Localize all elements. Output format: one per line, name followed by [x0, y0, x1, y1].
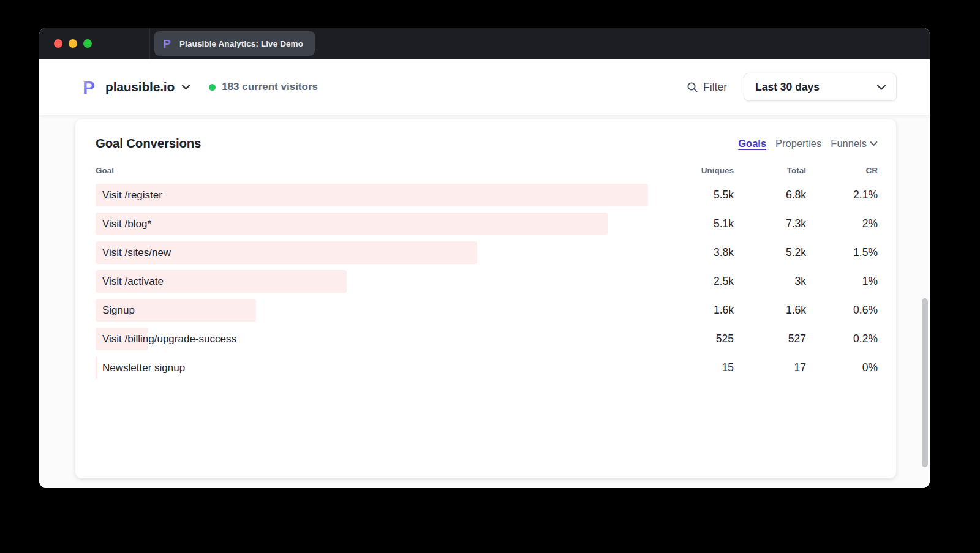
- goal-label[interactable]: Newsletter signup: [96, 362, 673, 374]
- plausible-logo-icon: P: [83, 78, 99, 96]
- goal-label[interactable]: Visit /billing/upgrade-success: [96, 333, 673, 345]
- goal-metrics: 15170%: [673, 361, 878, 374]
- site-switcher[interactable]: P plausible.io: [83, 78, 190, 96]
- goal-metrics: 2.5k3k1%: [673, 275, 878, 288]
- goal-uniques-value: 3.8k: [673, 246, 734, 259]
- goal-total-value: 5.2k: [734, 246, 806, 259]
- goal-label[interactable]: Visit /blog*: [96, 218, 673, 230]
- minimize-window-button[interactable]: [69, 39, 77, 48]
- goal-total-value: 6.8k: [734, 189, 806, 201]
- plausible-favicon-icon: P: [163, 38, 173, 50]
- goal-total-value: 7.3k: [734, 217, 806, 230]
- goal-total-value: 527: [734, 333, 806, 345]
- site-switcher-chevron-icon: [181, 84, 190, 90]
- goal-cr-value: 1.5%: [806, 246, 878, 259]
- goal-uniques-value: 2.5k: [673, 275, 734, 288]
- goal-row[interactable]: Visit /blog*5.1k7.3k2%: [96, 209, 878, 238]
- column-header-goal: Goal: [96, 166, 673, 175]
- goal-row[interactable]: Visit /billing/upgrade-success5255270.2%: [96, 325, 878, 353]
- goal-total-value: 1.6k: [734, 304, 806, 317]
- goal-uniques-value: 15: [673, 361, 734, 374]
- goal-total-value: 17: [734, 361, 806, 374]
- goals-table-rows: Visit /register5.5k6.8k2.1%Visit /blog*5…: [96, 181, 878, 382]
- goal-metrics: 1.6k1.6k0.6%: [673, 304, 878, 317]
- goal-cr-value: 1%: [806, 275, 878, 288]
- goal-metrics: 5255270.2%: [673, 333, 878, 345]
- goal-cr-value: 2.1%: [806, 189, 878, 201]
- goal-metrics: 3.8k5.2k1.5%: [673, 246, 878, 259]
- goal-cr-value: 2%: [806, 217, 878, 230]
- goal-label[interactable]: Signup: [96, 304, 673, 317]
- tab-goals[interactable]: Goals: [738, 138, 766, 149]
- titlebar-divider: [149, 28, 150, 59]
- goal-row[interactable]: Visit /activate2.5k3k1%: [96, 267, 878, 296]
- date-range-chevron-icon: [876, 84, 886, 91]
- goal-cr-value: 0.2%: [806, 333, 878, 345]
- filter-button[interactable]: Filter: [687, 81, 727, 94]
- dashboard-page: Goal Conversions Goals Properties Funnel…: [39, 115, 930, 488]
- site-name: plausible.io: [105, 80, 175, 94]
- browser-titlebar: P Plausible Analytics: Live Demo: [39, 28, 930, 59]
- zoom-window-button[interactable]: [83, 39, 92, 48]
- goal-uniques-value: 5.1k: [673, 217, 734, 230]
- goal-row[interactable]: Visit /register5.5k6.8k2.1%: [96, 181, 878, 209]
- search-icon: [687, 81, 698, 93]
- goal-uniques-value: 525: [673, 333, 734, 345]
- column-header-cr: CR: [806, 166, 878, 175]
- browser-tab[interactable]: P Plausible Analytics: Live Demo: [154, 31, 315, 56]
- card-title: Goal Conversions: [96, 136, 201, 151]
- goal-cr-value: 0.6%: [806, 304, 878, 317]
- goal-uniques-value: 5.5k: [673, 189, 734, 201]
- column-header-total: Total: [734, 166, 806, 175]
- goal-label[interactable]: Visit /sites/new: [96, 247, 673, 259]
- card-tabs: Goals Properties Funnels: [738, 138, 878, 149]
- goal-row[interactable]: Visit /sites/new3.8k5.2k1.5%: [96, 238, 878, 267]
- date-range-picker[interactable]: Last 30 days: [744, 73, 897, 101]
- funnels-chevron-icon: [870, 141, 878, 146]
- goal-uniques-value: 1.6k: [673, 304, 734, 317]
- current-visitors-label: 183 current visitors: [222, 81, 318, 93]
- goal-row[interactable]: Signup1.6k1.6k0.6%: [96, 296, 878, 325]
- scrollbar-thumb[interactable]: [922, 298, 928, 467]
- current-visitors[interactable]: 183 current visitors: [209, 81, 318, 93]
- site-header: P plausible.io 183 current visitors Filt…: [39, 59, 930, 115]
- header-right: Filter Last 30 days: [687, 73, 897, 101]
- live-dot-icon: [209, 84, 216, 91]
- goal-label[interactable]: Visit /register: [96, 189, 673, 201]
- svg-text:P: P: [163, 38, 171, 50]
- table-header-row: Goal Uniques Total CR: [96, 166, 878, 175]
- goal-row[interactable]: Newsletter signup15170%: [96, 353, 878, 382]
- goal-metrics: 5.5k6.8k2.1%: [673, 189, 878, 201]
- date-range-label: Last 30 days: [755, 81, 820, 94]
- column-header-uniques: Uniques: [673, 166, 734, 175]
- goal-conversions-card: Goal Conversions Goals Properties Funnel…: [75, 119, 896, 478]
- goal-label[interactable]: Visit /activate: [96, 276, 673, 288]
- tab-properties[interactable]: Properties: [775, 138, 821, 149]
- tab-funnels[interactable]: Funnels: [831, 138, 878, 149]
- goal-cr-value: 0%: [806, 361, 878, 374]
- tab-funnels-label: Funnels: [831, 138, 867, 149]
- browser-tab-title: Plausible Analytics: Live Demo: [179, 39, 303, 48]
- filter-label: Filter: [703, 81, 727, 94]
- close-window-button[interactable]: [54, 39, 62, 48]
- goal-metrics: 5.1k7.3k2%: [673, 217, 878, 230]
- traffic-lights: [39, 39, 149, 48]
- goal-total-value: 3k: [734, 275, 806, 288]
- browser-window: P Plausible Analytics: Live Demo P plaus…: [39, 28, 930, 488]
- svg-text:P: P: [83, 78, 95, 96]
